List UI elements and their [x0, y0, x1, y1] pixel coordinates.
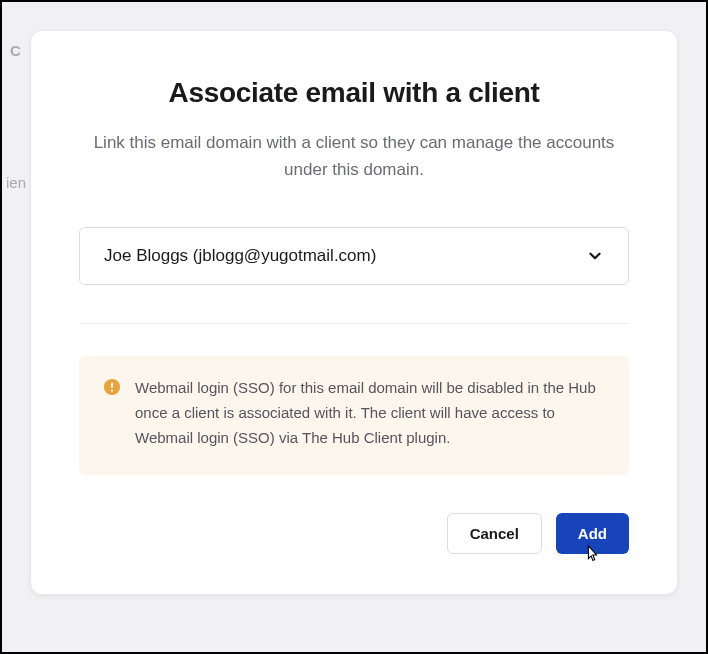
associate-email-modal: Associate email with a client Link this … — [30, 30, 678, 595]
cancel-button[interactable]: Cancel — [447, 513, 542, 554]
divider — [79, 323, 629, 324]
warning-text: Webmail login (SSO) for this email domai… — [135, 376, 605, 450]
modal-title: Associate email with a client — [79, 77, 629, 109]
background-text: ien — [6, 174, 26, 191]
chevron-down-icon — [586, 247, 604, 265]
modal-actions: Cancel Add — [79, 513, 629, 554]
warning-notice: Webmail login (SSO) for this email domai… — [79, 356, 629, 474]
add-button[interactable]: Add — [556, 513, 629, 554]
background-text: C — [10, 42, 21, 59]
client-select-value: Joe Bloggs (jblogg@yugotmail.com) — [104, 246, 376, 266]
svg-rect-1 — [111, 383, 113, 388]
modal-subtitle: Link this email domain with a client so … — [79, 129, 629, 183]
svg-point-2 — [111, 390, 113, 392]
warning-icon — [103, 378, 121, 396]
client-select[interactable]: Joe Bloggs (jblogg@yugotmail.com) — [79, 227, 629, 285]
